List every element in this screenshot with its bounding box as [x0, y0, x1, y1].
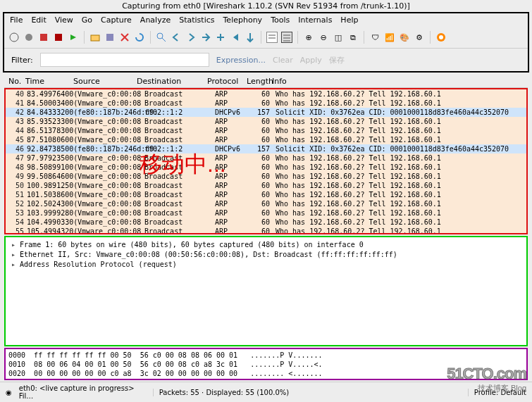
status-packets: Packets: 55 · Displayed: 55 (100.0%): [153, 389, 461, 396]
svg-rect-5: [106, 34, 113, 41]
table-row[interactable]: 51101.5038600(Vmware_c0:00:08BroadcastAR…: [6, 190, 526, 199]
goto-icon[interactable]: [215, 32, 226, 43]
filter-label: Filter:: [11, 56, 33, 65]
open-icon[interactable]: [89, 32, 101, 43]
svg-point-1: [25, 34, 32, 41]
jump-icon[interactable]: [200, 32, 211, 43]
reload-icon[interactable]: [134, 32, 145, 43]
expression-link[interactable]: Expression...: [216, 56, 266, 65]
options-icon[interactable]: [23, 32, 35, 43]
packet-list[interactable]: 移动中... 4083.49976400(Vmware_c0:00:08Broa…: [4, 88, 528, 234]
svg-rect-2: [40, 34, 47, 41]
column-headers: No. Time Source Destination Protocol Len…: [4, 75, 528, 88]
col-dst[interactable]: Destination: [137, 77, 207, 86]
menu-edit[interactable]: Edit: [31, 15, 46, 25]
table-row[interactable]: 4486.51378300(Vmware_c0:00:08BroadcastAR…: [6, 126, 526, 135]
col-time[interactable]: Time: [25, 77, 73, 86]
start-icon[interactable]: [38, 32, 49, 43]
toolbar-region: FileEditViewGoCaptureAnalyzeStatisticsTe…: [3, 12, 529, 73]
filter-input[interactable]: [40, 53, 209, 67]
col-proto[interactable]: Protocol: [207, 77, 247, 86]
zoom-fit-icon[interactable]: ◫: [333, 32, 344, 43]
table-row[interactable]: 55105.4994320(Vmware_c0:00:08BroadcastAR…: [6, 227, 526, 234]
save-icon[interactable]: [104, 32, 116, 43]
first-icon[interactable]: [230, 32, 241, 43]
coloring-rules-icon[interactable]: 🎨: [399, 32, 410, 43]
svg-point-15: [439, 35, 443, 39]
close-icon[interactable]: [119, 32, 130, 43]
detail-line[interactable]: Ethernet II, Src: Vmware_c0:00:08 (00:50…: [11, 250, 521, 260]
table-row[interactable]: 54104.4990330(Vmware_c0:00:08BroadcastAR…: [6, 218, 526, 227]
detail-line[interactable]: Frame 1: 60 bytes on wire (480 bits), 60…: [11, 240, 521, 250]
col-src[interactable]: Source: [73, 77, 137, 86]
colorize-icon[interactable]: [266, 32, 278, 43]
status-interface: eth0: <live capture in progress> Fil…: [19, 384, 146, 400]
stop-icon[interactable]: [53, 32, 64, 43]
resize-icon[interactable]: ⧉: [347, 32, 359, 43]
save-button[interactable]: 保存: [329, 55, 345, 65]
last-icon[interactable]: [245, 32, 256, 43]
table-row[interactable]: 4692.84738500(fe80::187b:246d:d9:ff02::1…: [6, 144, 526, 153]
menu-statistics[interactable]: Statistics: [179, 15, 214, 25]
zoom-in-icon[interactable]: ⊕: [303, 32, 314, 43]
ready-icon: ◉: [6, 389, 12, 396]
menu-analyze[interactable]: Analyze: [140, 15, 171, 25]
detail-line[interactable]: Address Resolution Protocol (request): [11, 260, 521, 270]
clear-button[interactable]: Clear: [273, 56, 293, 65]
table-row[interactable]: 50100.9891250(Vmware_c0:00:08BroadcastAR…: [6, 181, 526, 190]
watermark: 51CTO.com 技术博客 Blog: [447, 365, 526, 394]
forward-icon[interactable]: [185, 32, 197, 43]
menu-capture[interactable]: Capture: [101, 15, 132, 25]
table-row[interactable]: 4284.84333200(fe80::187b:246d:d9:ff02::1…: [6, 108, 526, 117]
menu-telephony[interactable]: Telephony: [223, 15, 263, 25]
menu-go[interactable]: Go: [82, 15, 92, 25]
packet-details[interactable]: Frame 1: 60 bytes on wire (480 bits), 60…: [4, 236, 528, 346]
menu-view[interactable]: View: [55, 15, 73, 25]
menu-bar: FileEditViewGoCaptureAnalyzeStatisticsTe…: [4, 13, 528, 27]
col-info[interactable]: Info: [272, 77, 528, 86]
table-row[interactable]: 53103.9999280(Vmware_c0:00:08BroadcastAR…: [6, 208, 526, 218]
col-no[interactable]: No.: [4, 77, 25, 86]
svg-point-6: [157, 33, 163, 39]
menu-help[interactable]: Help: [340, 15, 358, 25]
svg-rect-4: [91, 35, 99, 41]
display-filters-icon[interactable]: 📶: [384, 32, 395, 43]
prefs-icon[interactable]: ⚙: [414, 32, 425, 43]
find-icon[interactable]: [156, 32, 167, 43]
table-row[interactable]: 4083.49976400(Vmware_c0:00:08BroadcastAR…: [6, 89, 526, 99]
menu-internals[interactable]: Internals: [298, 15, 332, 25]
table-row[interactable]: 4999.50864600(Vmware_c0:00:08BroadcastAR…: [6, 172, 526, 181]
svg-rect-3: [55, 34, 62, 41]
menu-tools[interactable]: Tools: [271, 15, 290, 25]
table-row[interactable]: 4184.50003400(Vmware_c0:00:08BroadcastAR…: [6, 99, 526, 108]
autoscroll-icon[interactable]: [281, 32, 292, 43]
svg-rect-8: [267, 32, 277, 42]
help-icon[interactable]: [435, 32, 447, 43]
table-row[interactable]: 4898.50899100(Vmware_c0:00:08BroadcastAR…: [6, 163, 526, 172]
table-row[interactable]: 4587.51080600(Vmware_c0:00:08BroadcastAR…: [6, 135, 526, 144]
main-toolbar: ⊕ ⊖ ◫ ⧉ 🛡 📶 🎨 ⚙: [4, 27, 528, 49]
svg-point-0: [10, 33, 18, 42]
table-row[interactable]: 4797.97923500(Vmware_c0:00:08BroadcastAR…: [6, 153, 526, 163]
col-len[interactable]: Length: [247, 77, 272, 86]
zoom-out-icon[interactable]: ⊖: [318, 32, 329, 43]
back-icon[interactable]: [171, 32, 182, 43]
capture-filters-icon[interactable]: 🛡: [369, 32, 381, 43]
table-row[interactable]: 4385.93523300(Vmware_c0:00:08BroadcastAR…: [6, 117, 526, 126]
svg-line-7: [162, 38, 166, 42]
menu-file[interactable]: File: [10, 15, 23, 25]
restart-icon[interactable]: [68, 32, 79, 43]
filter-bar: Filter: Expression... Clear Apply 保存: [4, 49, 528, 71]
interfaces-icon[interactable]: [8, 32, 20, 43]
window-title: Capturing from eth0 [Wireshark 1.10.2 (S…: [0, 0, 532, 12]
apply-button[interactable]: Apply: [300, 56, 322, 65]
table-row[interactable]: 52102.5024300(Vmware_c0:00:08BroadcastAR…: [6, 199, 526, 208]
